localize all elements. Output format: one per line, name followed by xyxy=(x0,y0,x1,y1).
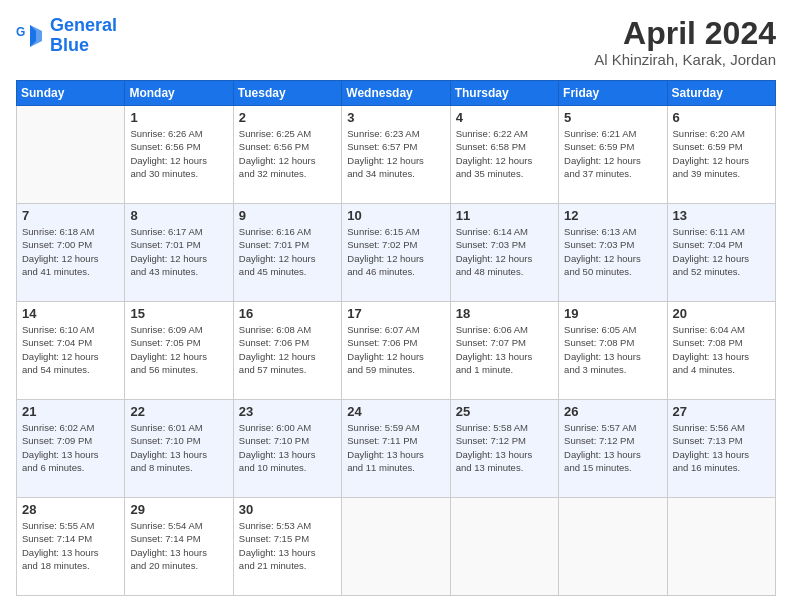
table-row: 21Sunrise: 6:02 AM Sunset: 7:09 PM Dayli… xyxy=(17,400,125,498)
day-info: Sunrise: 5:55 AM Sunset: 7:14 PM Dayligh… xyxy=(22,519,119,572)
logo: G General Blue xyxy=(16,16,117,56)
day-number: 28 xyxy=(22,502,119,517)
day-info: Sunrise: 6:07 AM Sunset: 7:06 PM Dayligh… xyxy=(347,323,444,376)
table-row: 22Sunrise: 6:01 AM Sunset: 7:10 PM Dayli… xyxy=(125,400,233,498)
day-number: 30 xyxy=(239,502,336,517)
calendar-row-4: 21Sunrise: 6:02 AM Sunset: 7:09 PM Dayli… xyxy=(17,400,776,498)
table-row: 13Sunrise: 6:11 AM Sunset: 7:04 PM Dayli… xyxy=(667,204,775,302)
table-row: 6Sunrise: 6:20 AM Sunset: 6:59 PM Daylig… xyxy=(667,106,775,204)
day-number: 10 xyxy=(347,208,444,223)
day-info: Sunrise: 6:05 AM Sunset: 7:08 PM Dayligh… xyxy=(564,323,661,376)
day-number: 25 xyxy=(456,404,553,419)
table-row: 30Sunrise: 5:53 AM Sunset: 7:15 PM Dayli… xyxy=(233,498,341,596)
day-info: Sunrise: 6:13 AM Sunset: 7:03 PM Dayligh… xyxy=(564,225,661,278)
day-info: Sunrise: 5:59 AM Sunset: 7:11 PM Dayligh… xyxy=(347,421,444,474)
table-row: 16Sunrise: 6:08 AM Sunset: 7:06 PM Dayli… xyxy=(233,302,341,400)
day-info: Sunrise: 6:00 AM Sunset: 7:10 PM Dayligh… xyxy=(239,421,336,474)
logo-text: General Blue xyxy=(50,16,117,56)
table-row: 7Sunrise: 6:18 AM Sunset: 7:00 PM Daylig… xyxy=(17,204,125,302)
day-info: Sunrise: 6:22 AM Sunset: 6:58 PM Dayligh… xyxy=(456,127,553,180)
day-number: 20 xyxy=(673,306,770,321)
day-number: 29 xyxy=(130,502,227,517)
day-number: 23 xyxy=(239,404,336,419)
day-number: 11 xyxy=(456,208,553,223)
day-number: 5 xyxy=(564,110,661,125)
day-info: Sunrise: 6:10 AM Sunset: 7:04 PM Dayligh… xyxy=(22,323,119,376)
day-number: 26 xyxy=(564,404,661,419)
table-row: 14Sunrise: 6:10 AM Sunset: 7:04 PM Dayli… xyxy=(17,302,125,400)
day-number: 27 xyxy=(673,404,770,419)
day-number: 21 xyxy=(22,404,119,419)
table-row: 11Sunrise: 6:14 AM Sunset: 7:03 PM Dayli… xyxy=(450,204,558,302)
day-info: Sunrise: 6:09 AM Sunset: 7:05 PM Dayligh… xyxy=(130,323,227,376)
logo-icon: G xyxy=(16,21,46,51)
table-row: 18Sunrise: 6:06 AM Sunset: 7:07 PM Dayli… xyxy=(450,302,558,400)
day-info: Sunrise: 5:54 AM Sunset: 7:14 PM Dayligh… xyxy=(130,519,227,572)
day-info: Sunrise: 5:53 AM Sunset: 7:15 PM Dayligh… xyxy=(239,519,336,572)
day-info: Sunrise: 6:14 AM Sunset: 7:03 PM Dayligh… xyxy=(456,225,553,278)
day-number: 14 xyxy=(22,306,119,321)
day-number: 19 xyxy=(564,306,661,321)
day-number: 9 xyxy=(239,208,336,223)
location-title: Al Khinzirah, Karak, Jordan xyxy=(594,51,776,68)
col-wednesday: Wednesday xyxy=(342,81,450,106)
table-row: 3Sunrise: 6:23 AM Sunset: 6:57 PM Daylig… xyxy=(342,106,450,204)
table-row xyxy=(559,498,667,596)
title-block: April 2024 Al Khinzirah, Karak, Jordan xyxy=(594,16,776,68)
table-row xyxy=(450,498,558,596)
day-info: Sunrise: 6:01 AM Sunset: 7:10 PM Dayligh… xyxy=(130,421,227,474)
table-row: 4Sunrise: 6:22 AM Sunset: 6:58 PM Daylig… xyxy=(450,106,558,204)
calendar-row-2: 7Sunrise: 6:18 AM Sunset: 7:00 PM Daylig… xyxy=(17,204,776,302)
table-row xyxy=(667,498,775,596)
day-info: Sunrise: 6:25 AM Sunset: 6:56 PM Dayligh… xyxy=(239,127,336,180)
day-info: Sunrise: 6:21 AM Sunset: 6:59 PM Dayligh… xyxy=(564,127,661,180)
day-number: 2 xyxy=(239,110,336,125)
day-info: Sunrise: 6:08 AM Sunset: 7:06 PM Dayligh… xyxy=(239,323,336,376)
calendar-row-5: 28Sunrise: 5:55 AM Sunset: 7:14 PM Dayli… xyxy=(17,498,776,596)
table-row: 10Sunrise: 6:15 AM Sunset: 7:02 PM Dayli… xyxy=(342,204,450,302)
logo-line2: Blue xyxy=(50,35,89,55)
day-info: Sunrise: 6:17 AM Sunset: 7:01 PM Dayligh… xyxy=(130,225,227,278)
day-info: Sunrise: 6:23 AM Sunset: 6:57 PM Dayligh… xyxy=(347,127,444,180)
day-number: 1 xyxy=(130,110,227,125)
day-number: 17 xyxy=(347,306,444,321)
calendar-row-3: 14Sunrise: 6:10 AM Sunset: 7:04 PM Dayli… xyxy=(17,302,776,400)
day-number: 4 xyxy=(456,110,553,125)
day-number: 15 xyxy=(130,306,227,321)
day-info: Sunrise: 6:26 AM Sunset: 6:56 PM Dayligh… xyxy=(130,127,227,180)
table-row xyxy=(342,498,450,596)
day-number: 7 xyxy=(22,208,119,223)
day-number: 12 xyxy=(564,208,661,223)
col-monday: Monday xyxy=(125,81,233,106)
table-row: 19Sunrise: 6:05 AM Sunset: 7:08 PM Dayli… xyxy=(559,302,667,400)
col-thursday: Thursday xyxy=(450,81,558,106)
day-number: 18 xyxy=(456,306,553,321)
col-tuesday: Tuesday xyxy=(233,81,341,106)
table-row: 12Sunrise: 6:13 AM Sunset: 7:03 PM Dayli… xyxy=(559,204,667,302)
day-info: Sunrise: 6:18 AM Sunset: 7:00 PM Dayligh… xyxy=(22,225,119,278)
month-title: April 2024 xyxy=(594,16,776,51)
table-row: 17Sunrise: 6:07 AM Sunset: 7:06 PM Dayli… xyxy=(342,302,450,400)
table-row: 2Sunrise: 6:25 AM Sunset: 6:56 PM Daylig… xyxy=(233,106,341,204)
col-friday: Friday xyxy=(559,81,667,106)
table-row: 24Sunrise: 5:59 AM Sunset: 7:11 PM Dayli… xyxy=(342,400,450,498)
table-row: 20Sunrise: 6:04 AM Sunset: 7:08 PM Dayli… xyxy=(667,302,775,400)
col-sunday: Sunday xyxy=(17,81,125,106)
day-info: Sunrise: 5:56 AM Sunset: 7:13 PM Dayligh… xyxy=(673,421,770,474)
day-number: 6 xyxy=(673,110,770,125)
calendar-row-1: 1Sunrise: 6:26 AM Sunset: 6:56 PM Daylig… xyxy=(17,106,776,204)
table-row: 15Sunrise: 6:09 AM Sunset: 7:05 PM Dayli… xyxy=(125,302,233,400)
table-row: 8Sunrise: 6:17 AM Sunset: 7:01 PM Daylig… xyxy=(125,204,233,302)
table-row: 9Sunrise: 6:16 AM Sunset: 7:01 PM Daylig… xyxy=(233,204,341,302)
table-row: 1Sunrise: 6:26 AM Sunset: 6:56 PM Daylig… xyxy=(125,106,233,204)
day-info: Sunrise: 6:02 AM Sunset: 7:09 PM Dayligh… xyxy=(22,421,119,474)
table-row xyxy=(17,106,125,204)
day-number: 16 xyxy=(239,306,336,321)
day-number: 24 xyxy=(347,404,444,419)
logo-line1: General xyxy=(50,15,117,35)
table-row: 25Sunrise: 5:58 AM Sunset: 7:12 PM Dayli… xyxy=(450,400,558,498)
day-info: Sunrise: 6:04 AM Sunset: 7:08 PM Dayligh… xyxy=(673,323,770,376)
day-number: 3 xyxy=(347,110,444,125)
day-info: Sunrise: 5:58 AM Sunset: 7:12 PM Dayligh… xyxy=(456,421,553,474)
calendar-table: Sunday Monday Tuesday Wednesday Thursday… xyxy=(16,80,776,596)
